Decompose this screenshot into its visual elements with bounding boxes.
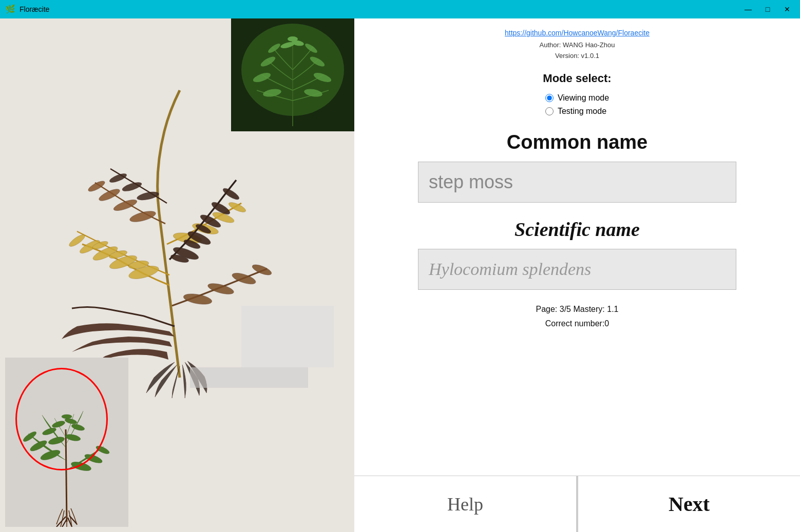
next-button[interactable]: Next xyxy=(578,476,800,532)
correct-number: Correct number:0 xyxy=(536,317,619,331)
mode-viewing-radio[interactable] xyxy=(545,94,554,102)
right-panel: https://github.com/HowcanoeWang/Floraeci… xyxy=(354,18,800,532)
svg-point-33 xyxy=(98,187,121,203)
mode-viewing-label: Viewing mode xyxy=(558,93,609,103)
main-content: https://github.com/HowcanoeWang/Floraeci… xyxy=(0,18,800,532)
mode-testing-radio[interactable] xyxy=(545,107,554,115)
scientific-name-value: Hylocomium splendens xyxy=(429,260,591,279)
common-name-title: Common name xyxy=(507,131,647,153)
bottom-buttons: Help Next xyxy=(354,476,800,532)
page-info: Page: 3/5 Mastery: 1.1 Correct number:0 xyxy=(536,302,619,332)
help-button[interactable]: Help xyxy=(354,476,577,532)
version-number: Version: v1.0.1 xyxy=(540,51,615,62)
title-bar-left: 🌿 Floræcite xyxy=(5,4,49,14)
svg-point-29 xyxy=(231,271,257,286)
plant-photo-bottom xyxy=(5,358,128,527)
common-name-box: step moss xyxy=(418,162,736,203)
svg-point-26 xyxy=(227,201,247,214)
github-link[interactable]: https://github.com/HowcanoeWang/Floraeci… xyxy=(505,29,650,37)
mode-testing-label: Testing mode xyxy=(558,107,606,116)
title-bar-controls: — □ ✕ xyxy=(740,3,795,15)
app-title: Floræcite xyxy=(20,5,49,13)
author-name: Author: WANG Hao-Zhou xyxy=(540,40,615,51)
mode-options: Viewing mode Testing mode xyxy=(545,93,609,116)
svg-rect-47 xyxy=(190,367,308,388)
close-button[interactable]: ✕ xyxy=(779,3,795,15)
svg-rect-46 xyxy=(241,306,334,367)
highlight-circle xyxy=(15,368,108,470)
common-name-value: step moss xyxy=(429,171,513,193)
scientific-name-title: Scientific name xyxy=(515,218,640,241)
mode-select-label: Mode select: xyxy=(543,72,611,85)
svg-point-31 xyxy=(129,209,157,224)
left-panel xyxy=(0,18,354,532)
app-icon: 🌿 xyxy=(5,4,15,14)
svg-point-30 xyxy=(251,263,273,277)
mode-viewing-option[interactable]: Viewing mode xyxy=(545,93,609,103)
minimize-button[interactable]: — xyxy=(740,3,756,15)
title-bar: 🌿 Floræcite — □ ✕ xyxy=(0,0,800,18)
mode-testing-option[interactable]: Testing mode xyxy=(545,107,609,116)
maximize-button[interactable]: □ xyxy=(760,3,775,15)
svg-point-27 xyxy=(183,292,213,306)
svg-point-19 xyxy=(68,233,86,248)
scientific-name-box: Hylocomium splendens xyxy=(418,249,736,290)
author-info: Author: WANG Hao-Zhou Version: v1.0.1 xyxy=(540,40,615,62)
herbarium-specimen xyxy=(15,29,349,403)
page-mastery: Page: 3/5 Mastery: 1.1 xyxy=(536,302,619,317)
svg-point-34 xyxy=(87,179,106,193)
svg-point-32 xyxy=(112,198,138,213)
